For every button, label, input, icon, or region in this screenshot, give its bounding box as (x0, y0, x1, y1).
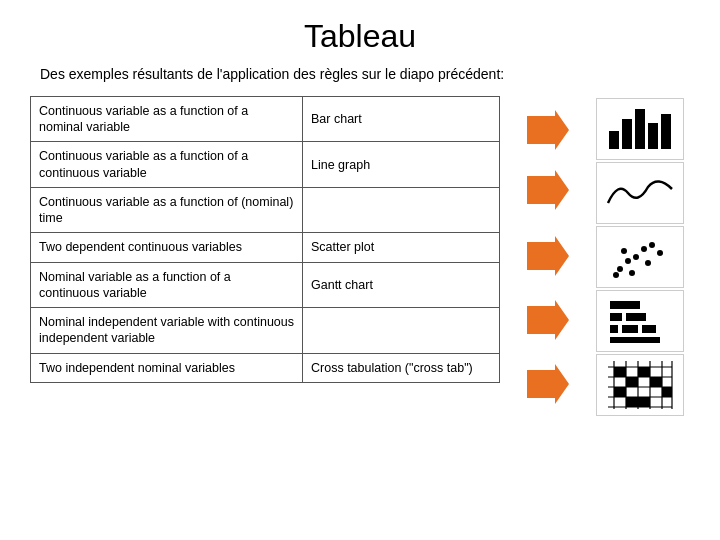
svg-point-14 (613, 272, 619, 278)
svg-rect-34 (638, 367, 650, 377)
table-cell-left-3: Two dependent continuous variables (31, 233, 303, 262)
svg-point-11 (645, 260, 651, 266)
arrow-3 (519, 234, 571, 278)
cross-tab-icon (596, 354, 684, 416)
intro-text: Des exemples résultants de l'application… (40, 65, 680, 84)
svg-rect-16 (610, 313, 622, 321)
table-cell-right-3: Scatter plot (303, 233, 500, 262)
arrow-4 (519, 298, 571, 342)
table-row: Continuous variable as a function of a n… (31, 96, 500, 142)
svg-point-9 (641, 246, 647, 252)
svg-marker-0 (527, 110, 569, 150)
table-cell-left-4: Nominal variable as a function of a cont… (31, 262, 303, 308)
charts-section (590, 96, 690, 416)
svg-rect-20 (642, 325, 656, 333)
svg-marker-1 (527, 170, 569, 210)
table-cell-left-0: Continuous variable as a function of a n… (31, 96, 303, 142)
svg-point-12 (657, 250, 663, 256)
svg-rect-38 (662, 387, 672, 397)
svg-rect-19 (622, 325, 638, 333)
svg-point-6 (625, 258, 631, 264)
table-row: Continuous variable as a function of a c… (31, 142, 500, 188)
svg-point-8 (633, 254, 639, 260)
svg-marker-3 (527, 300, 569, 340)
table-cell-left-6: Two independent nominal variables (31, 353, 303, 382)
main-table: Continuous variable as a function of a n… (30, 96, 500, 416)
svg-rect-37 (614, 387, 626, 397)
table-cell-right-1: Line graph (303, 142, 500, 188)
bar-chart-icon (596, 98, 684, 160)
svg-point-5 (617, 266, 623, 272)
table-cell-right-5 (303, 308, 500, 354)
svg-marker-4 (527, 364, 569, 404)
svg-rect-33 (614, 367, 626, 377)
scatter-plot-icon (596, 226, 684, 288)
line-chart-icon (596, 162, 684, 224)
svg-rect-17 (626, 313, 646, 321)
arrow-1 (519, 108, 571, 152)
svg-rect-39 (638, 397, 650, 407)
gantt-chart-icon (596, 290, 684, 352)
table-cell-left-2: Continuous variable as a function of (no… (31, 187, 303, 233)
svg-point-7 (621, 248, 627, 254)
svg-point-13 (629, 270, 635, 276)
table-row: Continuous variable as a function of (no… (31, 187, 500, 233)
svg-rect-40 (626, 397, 638, 407)
page-title: Tableau (0, 0, 720, 65)
svg-rect-18 (610, 325, 618, 333)
table-cell-right-2 (303, 187, 500, 233)
svg-rect-35 (626, 377, 638, 387)
table-row: Two dependent continuous variablesScatte… (31, 233, 500, 262)
table-row: Two independent nominal variablesCross t… (31, 353, 500, 382)
table-cell-right-6: Cross tabulation ("cross tab") (303, 353, 500, 382)
svg-rect-36 (650, 377, 662, 387)
svg-rect-21 (610, 337, 660, 343)
svg-marker-2 (527, 236, 569, 276)
table-cell-right-0: Bar chart (303, 96, 500, 142)
table-cell-left-5: Nominal independent variable with contin… (31, 308, 303, 354)
arrow-2 (519, 168, 571, 212)
arrows-section (500, 96, 590, 416)
table-cell-left-1: Continuous variable as a function of a c… (31, 142, 303, 188)
arrow-5 (519, 362, 571, 406)
svg-point-10 (649, 242, 655, 248)
table-cell-right-4: Gantt chart (303, 262, 500, 308)
svg-rect-15 (610, 301, 640, 309)
table-row: Nominal independent variable with contin… (31, 308, 500, 354)
table-row: Nominal variable as a function of a cont… (31, 262, 500, 308)
